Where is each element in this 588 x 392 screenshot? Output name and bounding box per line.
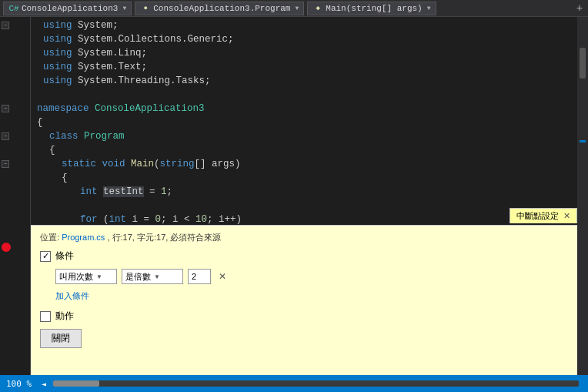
- bp-location-link[interactable]: Program.cs: [62, 233, 105, 242]
- class-dropdown-label: ConsoleApplication3.Program: [153, 4, 290, 13]
- file-dropdown[interactable]: C# ConsoleApplication3 ▼: [3, 2, 132, 15]
- collapse-btn-11[interactable]: −: [2, 160, 9, 168]
- title-bar: C# ConsoleApplication3 ▼ ● ConsoleApplic…: [0, 0, 588, 17]
- file-dropdown-label: ConsoleApplication3: [22, 4, 118, 13]
- zoom-level: 100 %: [6, 379, 32, 389]
- bp-multiple-label: 是倍數: [125, 271, 151, 283]
- code-line-8: {: [37, 116, 577, 129]
- bp-value-display: 2: [192, 272, 196, 281]
- gutter-line-11: −: [0, 157, 30, 171]
- bp-condition-dropdowns: 叫用次數 ▼ 是倍數 ▼ 2 ✕: [55, 269, 568, 284]
- bp-condition-remove-icon[interactable]: ✕: [219, 271, 226, 282]
- bp-action-checkbox[interactable]: [40, 311, 51, 322]
- code-editor[interactable]: using System; using System.Collections.G…: [31, 17, 577, 375]
- gutter-line-13: [0, 185, 30, 199]
- bp-action-checkbox-row: 動作: [40, 310, 568, 323]
- gutter-line-8: [0, 116, 30, 129]
- scroll-marker: [580, 140, 586, 142]
- bp-value-input[interactable]: 2: [188, 269, 211, 284]
- bp-multiple-arrow: ▼: [154, 273, 160, 280]
- code-line-1: using System;: [37, 18, 577, 32]
- gutter-line-6: [0, 88, 30, 102]
- breakpoint-panel-close-icon[interactable]: ✕: [563, 211, 570, 221]
- breakpoint-panel-tab[interactable]: 中斷點設定 ✕: [509, 208, 577, 223]
- status-bar: 100 % ◄: [0, 375, 588, 392]
- breakpoint-panel-tab-label: 中斷點設定: [516, 210, 559, 222]
- gutter-line-14: [0, 199, 30, 213]
- code-line-9: class Program: [37, 129, 577, 143]
- gutter-line-4: [0, 60, 30, 74]
- code-line-2: using System.Collections.Generic;: [37, 32, 577, 46]
- gutter-line-12: [0, 171, 30, 185]
- gutter-line-10: [0, 143, 30, 157]
- code-line-7: namespace ConsoleApplication3: [37, 102, 577, 116]
- gutter-line-3: [0, 46, 30, 60]
- code-line-12: {: [37, 171, 577, 185]
- scroll-thumb[interactable]: [580, 48, 586, 79]
- gutter-line-17[interactable]: [0, 240, 30, 254]
- gutter-line-18: [0, 254, 30, 268]
- gutter-line-9: −: [0, 129, 30, 143]
- bp-action-label: 動作: [55, 310, 74, 323]
- bp-close-btn-row: 關閉: [40, 329, 568, 348]
- horizontal-scrollbar-track[interactable]: [53, 380, 579, 387]
- breakpoint-indicator[interactable]: [2, 243, 11, 252]
- class-dropdown[interactable]: ● ConsoleApplication3.Program ▼: [135, 2, 304, 15]
- collapse-btn-1[interactable]: −: [2, 22, 9, 29]
- vertical-scrollbar[interactable]: [577, 17, 588, 375]
- bp-location-text: 位置: Program.cs , 行:17, 字元:17, 必須符合來源: [40, 232, 568, 243]
- method-dropdown-label: Main(string[] args): [326, 4, 422, 13]
- code-line-10: {: [37, 143, 577, 157]
- breakpoint-settings-panel: 位置: Program.cs , 行:17, 字元:17, 必須符合來源 條件 …: [31, 225, 577, 375]
- code-line-13: int testInt = 1;: [37, 185, 577, 199]
- file-icon: C#: [8, 3, 19, 14]
- editor-container: − − − −: [0, 17, 588, 375]
- code-line-4: using System.Text;: [37, 60, 577, 74]
- bp-close-button[interactable]: 關閉: [40, 329, 82, 348]
- method-dropdown-arrow: ▼: [427, 5, 431, 12]
- method-dropdown[interactable]: ◆ Main(string[] args) ▼: [307, 2, 436, 15]
- code-line-5: using System.Threading.Tasks;: [37, 74, 577, 88]
- bp-location-details: , 行:17, 字元:17, 必須符合來源: [107, 233, 221, 242]
- bp-condition-checkbox[interactable]: [40, 251, 51, 262]
- add-tab-button[interactable]: +: [574, 3, 585, 14]
- code-line-6: [37, 88, 577, 102]
- code-line-11: static void Main(string[] args): [37, 157, 577, 171]
- bp-multiple-dropdown[interactable]: 是倍數 ▼: [122, 269, 183, 284]
- bp-callcount-label: 叫用次數: [59, 271, 93, 283]
- class-dropdown-arrow: ▼: [295, 5, 299, 12]
- code-line-14: [37, 199, 577, 213]
- collapse-btn-7[interactable]: −: [2, 105, 9, 112]
- gutter-line-2: [0, 32, 30, 46]
- bp-add-condition-row: 加入條件: [55, 290, 568, 302]
- class-icon: ●: [140, 3, 151, 14]
- gutter-line-15: [0, 213, 30, 226]
- bp-condition-label: 條件: [55, 250, 74, 263]
- gutter-line-1: −: [0, 18, 30, 32]
- line-numbers-gutter: − − − −: [0, 17, 31, 375]
- method-icon: ◆: [312, 3, 323, 14]
- gutter-line-16: [0, 226, 30, 240]
- code-line-3: using System.Linq;: [37, 46, 577, 60]
- bp-condition-row: 條件: [40, 250, 568, 263]
- testint-highlight: testInt: [103, 186, 144, 197]
- gutter-line-7: −: [0, 102, 30, 116]
- file-dropdown-arrow: ▼: [122, 5, 126, 12]
- collapse-btn-9[interactable]: −: [2, 132, 9, 140]
- bp-callcount-arrow: ▼: [96, 273, 102, 280]
- gutter-line-5: [0, 74, 30, 88]
- bp-callcount-dropdown[interactable]: 叫用次數 ▼: [55, 269, 117, 284]
- bp-add-condition-link[interactable]: 加入條件: [55, 291, 89, 300]
- horizontal-scrollbar-thumb[interactable]: [53, 380, 99, 387]
- scroll-left-button[interactable]: ◄: [38, 377, 50, 390]
